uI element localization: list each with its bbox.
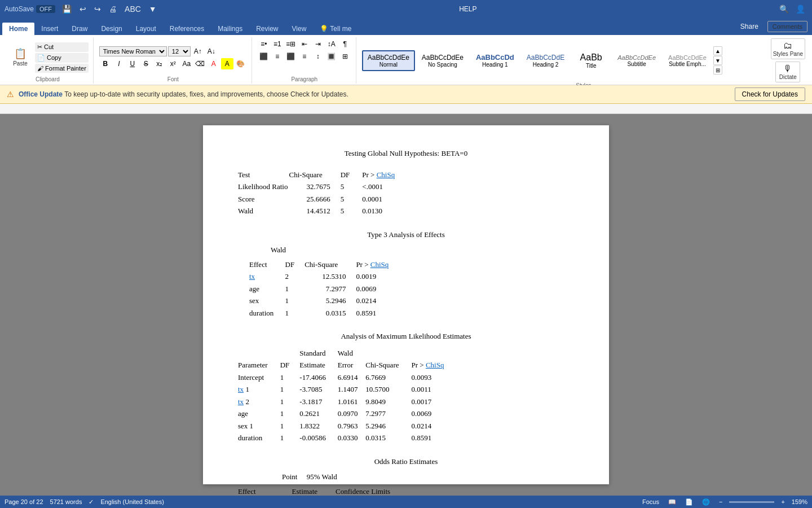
web-view-button[interactable]: 🌐 [700, 498, 712, 506]
share-button[interactable]: Share [734, 20, 765, 33]
t3-h4: Error [338, 360, 364, 371]
zoom-slider[interactable] [729, 501, 774, 503]
read-view-button[interactable]: 📖 [666, 498, 678, 506]
page-count[interactable]: Page 20 of 22 [5, 498, 43, 506]
tab-insert[interactable]: Insert [34, 23, 65, 35]
zoom-out-button[interactable]: − [717, 498, 725, 505]
font-format-row: B I U S x₂ x² Aa ⌫ A A 🎨 [99, 58, 247, 69]
show-formatting-button[interactable]: ¶ [339, 38, 351, 50]
borders-button[interactable]: ⊞ [339, 51, 351, 62]
focus-button[interactable]: Focus [640, 498, 661, 505]
align-center-button[interactable]: ≡ [271, 51, 284, 62]
ruler [0, 104, 812, 114]
zoom-level[interactable]: 159% [792, 498, 807, 505]
t3-h5: Chi-Square [365, 360, 410, 371]
help-button[interactable]: HELP [454, 4, 481, 14]
section2-title: Type 3 Analysis of Effects [237, 229, 575, 240]
zoom-in-button[interactable]: + [779, 498, 787, 505]
word-count[interactable]: 5721 words [50, 498, 82, 506]
office-update-label: Office Update [19, 90, 63, 98]
table-row: duration 1 -0.00586 0.0330 0.0315 0.8591 [238, 432, 444, 444]
align-right-button[interactable]: ⬛ [285, 51, 297, 62]
decrease-font-button[interactable]: A↓ [205, 46, 218, 57]
superscript-button[interactable]: x² [167, 58, 179, 69]
tab-design[interactable]: Design [94, 23, 129, 35]
copy-button[interactable]: 📄 Copy [35, 53, 89, 63]
numbered-list-button[interactable]: ≡1 [271, 38, 284, 50]
bullets-button[interactable]: ≡• [258, 38, 270, 50]
line-spacing-button[interactable]: ↕ [312, 51, 324, 62]
underline-button[interactable]: U [126, 58, 139, 69]
section1-title: Testing Global Null Hypothesis: BETA=0 [237, 148, 575, 159]
dictate-button[interactable]: 🎙 Dictate [775, 62, 800, 82]
undo-button[interactable]: ↩ [77, 3, 89, 15]
sort-button[interactable]: ↕A [325, 38, 338, 50]
clear-format-button[interactable]: ⌫ [194, 58, 206, 69]
print-layout-button[interactable]: 📄 [683, 498, 695, 506]
gallery-down-button[interactable]: ▼ [713, 56, 722, 65]
format-painter-button[interactable]: 🖌 Format Painter [35, 64, 89, 73]
font-name-select[interactable]: Times New Roman [99, 46, 167, 56]
tab-review[interactable]: Review [249, 23, 285, 35]
style-title[interactable]: AaBb Title [571, 49, 611, 72]
multilevel-list-button[interactable]: ≡⊞ [285, 38, 297, 50]
comments-button[interactable]: Comments [767, 21, 807, 32]
paste-button[interactable]: 📋 Paste [7, 46, 34, 68]
section4-title: Odds Ratio Estimates [237, 456, 575, 467]
cut-button[interactable]: ✂ Cut [35, 42, 89, 52]
t4-h2 [280, 486, 291, 496]
print-button[interactable]: 🖨 [107, 3, 119, 15]
increase-indent-button[interactable]: ⇥ [312, 38, 324, 50]
autosave-toggle[interactable]: OFF [36, 5, 55, 13]
strikethrough-button[interactable]: S [140, 58, 152, 69]
justify-button[interactable]: ≡ [298, 51, 311, 62]
subscript-button[interactable]: x₂ [153, 58, 166, 69]
shading-button[interactable]: 🎨 [235, 58, 247, 69]
proofing-icon[interactable]: ✓ [89, 498, 94, 506]
tab-references[interactable]: References [163, 23, 211, 35]
increase-font-button[interactable]: A↑ [192, 46, 204, 57]
style-subtitle[interactable]: AaBbCcDdEe Subtitle [612, 51, 661, 71]
highlight-button[interactable]: A [221, 58, 233, 69]
decrease-indent-button[interactable]: ⇤ [298, 38, 311, 50]
tab-view[interactable]: View [285, 23, 314, 35]
font-color-button[interactable]: A [208, 58, 220, 69]
table1: Test Chi-Square DF Pr > ChiSq Likelihood… [237, 168, 396, 218]
gallery-nav: ▲ ▼ ⊞ [713, 46, 722, 75]
font-name-row: Times New Roman 12 A↑ A↓ [99, 46, 247, 57]
font-size-select[interactable]: 12 [168, 46, 191, 56]
tab-tellme[interactable]: 💡Tell me [313, 23, 358, 35]
table4: Effect Estimate Confidence Limits tx 1 v… [237, 485, 391, 496]
dictate-label: Dictate [779, 74, 797, 80]
tab-mailings[interactable]: Mailings [211, 23, 249, 35]
style-no-spacing[interactable]: AaBbCcDdEe No Spacing [416, 50, 469, 71]
spellcheck-button[interactable]: ABC [122, 3, 143, 15]
shading2-button[interactable]: 🔳 [325, 51, 338, 62]
language-label[interactable]: English (United States) [100, 498, 164, 506]
table-row: sex 1 1 1.8322 0.7963 5.2946 0.0214 [238, 421, 444, 432]
redo-button[interactable]: ↪ [92, 3, 103, 15]
change-case-button[interactable]: Aa [180, 58, 193, 69]
t3-h6: Pr > ChiSq [411, 360, 444, 371]
bold-button[interactable]: B [99, 58, 112, 69]
check-updates-button[interactable]: Check for Updates [735, 87, 805, 101]
tab-home[interactable]: Home [2, 23, 34, 35]
style-heading1[interactable]: AaBbCcDd Heading 1 [470, 50, 520, 71]
tab-layout[interactable]: Layout [129, 23, 163, 35]
italic-button[interactable]: I [113, 58, 125, 69]
gallery-more-button[interactable]: ⊞ [713, 65, 722, 75]
style-heading2[interactable]: AaBbCcDdE Heading 2 [521, 50, 570, 71]
search-icon[interactable]: 🔍 [777, 3, 791, 15]
t4-h4: Confidence Limits [336, 486, 390, 496]
styles-group: AaBbCcDdEe Normal AaBbCcDdEe No Spacing … [358, 37, 810, 84]
tab-draw[interactable]: Draw [65, 23, 94, 35]
customize-button[interactable]: ▼ [147, 3, 159, 15]
gallery-up-button[interactable]: ▲ [713, 46, 722, 55]
style-subtle-emph[interactable]: AaBbCcDdEe Subtle Emph... [663, 51, 712, 71]
profile-icon[interactable]: 👤 [793, 3, 807, 15]
save-button[interactable]: 💾 [60, 3, 74, 15]
styles-pane-button[interactable]: 🗂 Styles Pane [771, 38, 805, 59]
style-normal[interactable]: AaBbCcDdEe Normal [362, 50, 415, 71]
styles-pane-label: Styles Pane [773, 51, 803, 57]
align-left-button[interactable]: ⬛ [258, 51, 270, 62]
